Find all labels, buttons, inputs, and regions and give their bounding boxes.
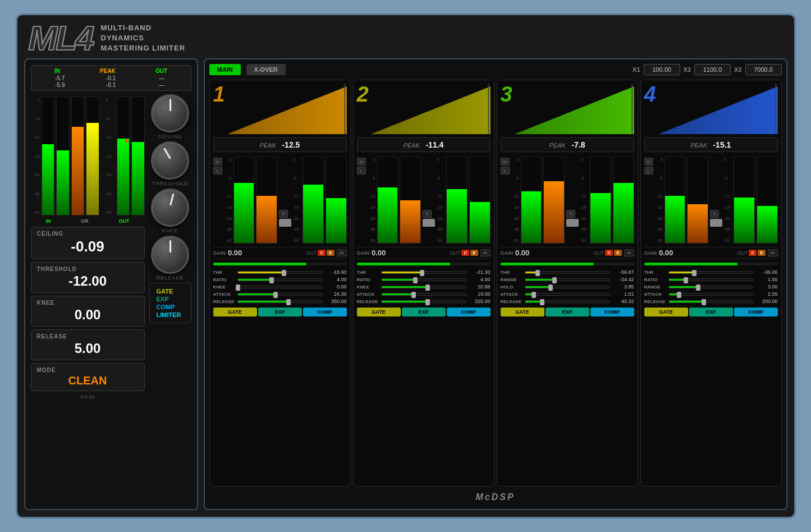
comp-btn-3[interactable]: COMP (590, 308, 634, 317)
m-btn-4[interactable]: M (644, 158, 653, 166)
m-btn-1[interactable]: M (213, 158, 222, 166)
comp-btn-2[interactable]: COMP (447, 308, 491, 317)
c-btn-4[interactable]: C (749, 250, 757, 256)
threshold-knob[interactable] (151, 141, 189, 180)
slider-row-knee[interactable]: KNEE 0.00 (213, 284, 347, 290)
slider-row-thr[interactable]: THR -36.00 (644, 269, 778, 275)
bands-container: 1 24 18 12 6 PEAK -12.5 (209, 80, 782, 487)
thr-global-slider-4[interactable] (644, 263, 778, 265)
s-toggle-1[interactable] (279, 219, 291, 227)
m-btn-2[interactable]: M (357, 158, 366, 166)
vu-in-row2: -5.9 (52, 82, 68, 88)
slider-row-release[interactable]: RELEASE 325.00 (357, 299, 491, 304)
slider-row-thr[interactable]: THR -21.30 (357, 269, 491, 275)
ceiling-title: CEILING (37, 231, 139, 237)
c-btn-2[interactable]: C (461, 250, 469, 256)
slider-row-attack[interactable]: ATTACK 1.01 (501, 291, 634, 297)
exp-btn-3[interactable]: EXP (546, 308, 589, 317)
in-btn-2[interactable]: IN (480, 249, 491, 256)
comp-btn-1[interactable]: COMP (303, 308, 347, 317)
peak-display-1: PEAK -12.5 (213, 137, 347, 152)
band-meter4-2 (469, 157, 491, 244)
svg-marker-0 (227, 86, 347, 134)
threshold-value: -12.00 (37, 273, 139, 289)
e-btn-2[interactable]: E (470, 250, 478, 256)
slider-row-thr[interactable]: THR -18.90 (213, 269, 347, 275)
slider-row-ratio[interactable]: RATIO 1.50 (644, 277, 778, 282)
l-btn-1[interactable]: L (213, 167, 222, 175)
s-btn-1[interactable]: S (279, 210, 288, 218)
gate-btn-2[interactable]: GATE (357, 308, 401, 317)
m-btn-3[interactable]: M (501, 158, 510, 166)
s-toggle-2[interactable] (423, 219, 435, 227)
s-btn-4[interactable]: S (710, 210, 719, 218)
s-btn-2[interactable]: S (423, 210, 432, 218)
e-btn-4[interactable]: E (758, 250, 765, 256)
in-btn-3[interactable]: IN (624, 249, 634, 256)
in-btn-4[interactable]: IN (768, 249, 778, 256)
ceiling-knob[interactable] (151, 94, 189, 132)
thr-global-slider-1[interactable] (213, 263, 347, 265)
band-meter2-1 (256, 157, 277, 244)
slider-row-release[interactable]: RELEASE 40.32 (501, 299, 634, 304)
band-meter2-3 (543, 157, 565, 244)
slider-row-ratio[interactable]: RATIO 4.00 (213, 277, 347, 282)
tab-main[interactable]: MAIN (209, 64, 241, 75)
exp-btn-4[interactable]: EXP (689, 308, 733, 317)
exp-btn-1[interactable]: EXP (258, 308, 302, 317)
slider-row-range[interactable]: RANGE 3.00 (644, 284, 778, 290)
gate-btn-4[interactable]: GATE (644, 308, 688, 317)
threshold-title: THRESHOLD (37, 266, 139, 272)
gain-row-4: GAIN 0.00 OUT C E IN (644, 247, 778, 259)
exp-btn-2[interactable]: EXP (402, 308, 446, 317)
bottom-btns-3: GATE EXP COMP (501, 308, 634, 317)
right-top-bar: MAIN X-OVER X1 100.00 X2 1100.0 X3 7000.… (209, 64, 782, 75)
c-btn-1[interactable]: C (318, 250, 326, 256)
knee-knob[interactable] (151, 189, 189, 227)
slider-row-attack[interactable]: ATTACK 24.30 (213, 291, 347, 297)
vu-out-label: OUT (155, 68, 167, 74)
e-btn-1[interactable]: E (327, 250, 334, 256)
l-btn-4[interactable]: L (644, 167, 653, 175)
s-toggle-3[interactable] (566, 219, 579, 227)
legend-gate: GATE (157, 288, 184, 295)
thr-global-slider-3[interactable] (501, 263, 634, 265)
slider-row-attack[interactable]: ATTACK 2.00 (644, 291, 778, 297)
fader-area-3: M L 0 -6 -12 -18 -24 -36 -60 (501, 157, 634, 244)
band-meter3-1 (303, 157, 324, 244)
thr-global-slider-2[interactable] (357, 263, 491, 265)
vu-in-label: IN (54, 68, 60, 74)
s-toggle-4[interactable] (710, 219, 722, 227)
band-meter3-2 (446, 157, 468, 244)
slider-row-thr[interactable]: THR -56.87 (501, 269, 634, 275)
slider-row-attack[interactable]: ATTACK 19.00 (357, 291, 491, 297)
x3-label: X3 (734, 66, 741, 73)
slider-row-release[interactable]: RELEASE 200.00 (644, 299, 778, 304)
c-btn-3[interactable]: C (605, 250, 613, 256)
x1-value[interactable]: 100.00 (644, 64, 680, 75)
x3-value[interactable]: 7000.0 (745, 64, 782, 75)
release-knob[interactable] (151, 236, 189, 274)
s-btn-3[interactable]: S (566, 210, 575, 218)
slider-row-hold[interactable]: HOLD 3.85 (501, 284, 634, 290)
slider-row-release[interactable]: RELEASE 350.00 (213, 299, 347, 304)
threshold-knob-group: THRESHOLD (151, 141, 189, 186)
gate-btn-1[interactable]: GATE (213, 308, 257, 317)
l-btn-2[interactable]: L (357, 167, 366, 175)
slider-row-ratio[interactable]: RATIO 4.00 (357, 277, 491, 282)
meter-out-l (117, 97, 130, 215)
slider-row-knee[interactable]: KNEE 20.88 (357, 284, 491, 290)
fader-area-1: M L 0 -6 -12 -18 -24 -36 -60 (213, 157, 347, 244)
l-btn-3[interactable]: L (501, 167, 510, 175)
bottom-btns-4: GATE EXP COMP (644, 308, 778, 317)
band-header-2: 2 24 18 12 6 (357, 84, 491, 134)
band-meter1-3 (521, 157, 542, 244)
gate-btn-3[interactable]: GATE (501, 308, 544, 317)
e-btn-3[interactable]: E (614, 250, 621, 256)
tab-xover[interactable]: X-OVER (246, 64, 286, 75)
svg-marker-30 (658, 86, 778, 134)
x2-value[interactable]: 1100.0 (694, 64, 731, 75)
in-btn-1[interactable]: IN (337, 249, 347, 256)
comp-btn-4[interactable]: COMP (734, 308, 778, 317)
slider-row-range[interactable]: RANGE -24.42 (501, 277, 634, 282)
